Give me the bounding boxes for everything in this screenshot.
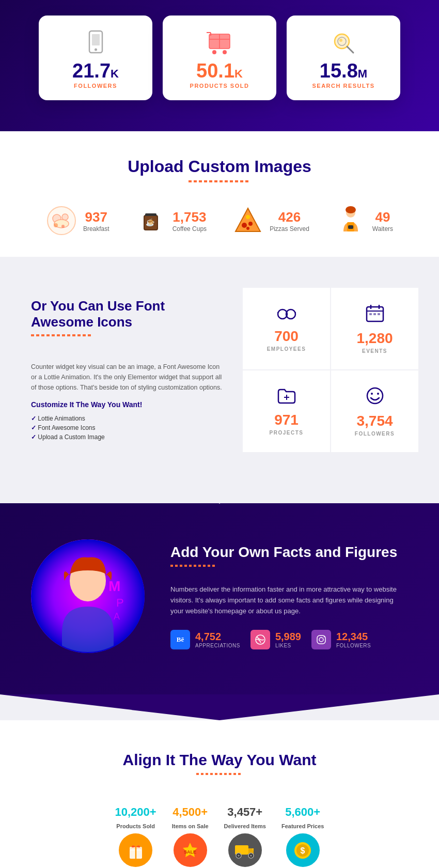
behance-info: 4,752 Appreciations [195,631,240,648]
pizza-number: 426 [270,209,309,225]
followers-label: FOLLOWERS [54,83,137,89]
svg-point-69 [238,855,240,857]
align-delivered-items: 3,457+ Delivered Items [224,805,266,867]
followers2-label: FOLLOWERS [355,431,395,437]
dark-section: M P A Add Your Own Facts and Figures Num… [0,503,439,694]
search-results-label: SEARCH RESULTS [302,83,385,89]
waiters-icon [335,205,366,236]
svg-point-52 [377,393,379,395]
instagram-icon [311,630,331,649]
align-title: Align It The Way You Want [15,751,424,769]
glasses-icon [277,306,296,324]
instagram-number: 12,345 [336,631,371,643]
products-icon-area [178,30,261,56]
products-sold-number: 50.1K [178,61,261,81]
portrait-circle: M P A [31,539,145,653]
waiters-info: 49 Waiters [372,209,393,233]
followers-icon-area [54,30,137,56]
svg-point-19 [61,225,65,228]
food-stats-row: 937 Breakfast ☕ 1,753 Coffee Cups [31,205,408,236]
social-stats-row: Bē 4,752 Appreciations [170,630,408,649]
svg-line-12 [347,47,353,53]
person-portrait: M P A [31,539,145,653]
coffee-icon: ☕ [135,205,166,236]
employees-label: EMPLOYEES [267,346,306,352]
behance-number: 4,752 [195,631,240,643]
fa-feature-1: Lottie Animations [31,414,222,423]
svg-point-51 [371,393,373,395]
smiley-icon [366,386,384,409]
followers-number: 21.7K [54,61,137,81]
fa-title: Or You Can Use Font Awesome Icons [31,298,222,330]
waiters-label: Waiters [372,225,393,233]
svg-text:$: $ [301,846,305,855]
svg-text:M: M [108,578,120,594]
products-sold-label: PRODUCTS SOLD [178,83,261,89]
behance-label: Appreciations [195,643,240,648]
instagram-item: 12,345 Followers [311,630,371,649]
dribbble-icon [250,630,270,649]
breakfast-number: 937 [83,209,109,225]
align-underline [196,773,243,775]
svg-rect-47 [378,313,380,315]
breakfast-label: Breakfast [83,225,109,233]
align-prices-number: 5,600+ [285,805,320,819]
products-sold-card: 50.1K PRODUCTS SOLD [163,16,276,100]
projects-number: 971 [274,413,299,427]
coffee-info: 1,753 Coffee Cups [173,209,207,233]
align-section: Align It The Way You Want 10,200+ Produc… [0,720,439,868]
sale-icon: SALE [174,833,207,867]
phone-icon [87,30,105,56]
align-sale-label: Items on Sale [172,823,209,829]
breakfast-info: 937 Breakfast [83,209,109,233]
breakfast-item: 937 Breakfast [46,205,109,236]
coffee-number: 1,753 [173,209,207,225]
svg-text:P: P [116,596,124,609]
pizza-icon [232,205,263,236]
svg-point-61 [319,638,323,642]
search-results-card: 15.8M SEARCH RESULTS [287,16,400,100]
dark-description: Numbers deliver the information faster a… [170,584,408,616]
truck-icon [228,833,262,867]
dribbble-item: 5,989 Likes [250,630,301,649]
coffee-label: Coffee Cups [173,225,207,233]
font-awesome-section: Or You Can Use Font Awesome Icons Counte… [0,257,439,483]
pizza-label: Pizzas Served [270,225,309,233]
svg-point-7 [223,50,227,54]
svg-rect-45 [369,313,372,315]
svg-point-62 [323,636,324,637]
cart-icon [207,32,232,55]
align-products-label: Products Sold [116,823,155,829]
fa-stats-grid: 700 EMPLOYEES 1,280 EVENTS [243,288,418,452]
svg-point-50 [367,388,383,404]
svg-point-27 [242,223,247,228]
followers-card: 21.7K FOLLOWERS [39,16,152,100]
calendar-icon [366,304,384,326]
top-stats-section: 21.7K FOLLOWERS 50.1K PRODUCTS SOLD [0,0,439,131]
upload-underline [189,180,250,182]
align-delivered-number: 3,457+ [227,805,262,819]
svg-point-29 [246,227,249,230]
dribbble-label: Likes [275,643,301,648]
align-products-number: 10,200+ [115,805,156,819]
svg-rect-35 [348,225,353,229]
svg-text:SALE: SALE [184,849,196,855]
fa-underline [31,334,93,336]
behance-item: Bē 4,752 Appreciations [170,630,240,649]
fa-feature-3: Upload a Custom Image [31,432,222,442]
dribbble-number: 5,989 [275,631,301,643]
svg-text:A: A [114,611,120,622]
svg-point-2 [95,49,97,51]
align-sale-number: 4,500+ [173,805,208,819]
dark-right-panel: Add Your Own Facts and Figures Numbers d… [170,544,408,649]
events-box: 1,280 EVENTS [331,288,418,369]
projects-box: 971 PROJECTS [243,370,330,452]
events-number: 1,280 [356,331,393,346]
svg-point-18 [54,223,58,227]
upload-section: Upload Custom Images 937 Breakfast [0,131,439,257]
align-prices-label: Featured Prices [281,823,324,829]
pizza-item: 426 Pizzas Served [232,205,309,236]
align-delivered-label: Delivered Items [224,823,266,829]
fa-feature-2: Font Awesome Icons [31,423,222,432]
svg-rect-46 [373,313,376,315]
